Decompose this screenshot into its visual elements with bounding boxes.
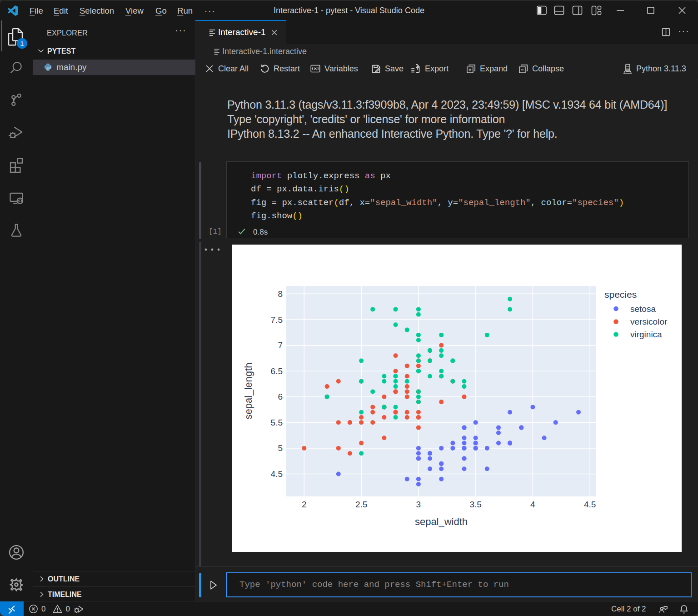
svg-text:7: 7 (278, 341, 283, 350)
svg-text:5: 5 (278, 443, 283, 453)
svg-text:6.5: 6.5 (271, 366, 283, 376)
svg-text:3.5: 3.5 (469, 500, 481, 509)
svg-text:versicolor: versicolor (630, 317, 668, 326)
svg-text:4: 4 (530, 500, 535, 509)
svg-text:7.5: 7.5 (271, 315, 283, 325)
svg-text:species: species (604, 289, 637, 300)
svg-text:virginica: virginica (630, 330, 662, 339)
svg-text:sepal_width: sepal_width (415, 516, 468, 527)
svg-text:6: 6 (278, 392, 283, 401)
svg-text:4.5: 4.5 (584, 500, 596, 509)
svg-text:setosa: setosa (630, 304, 656, 314)
svg-text:sepal_length: sepal_length (243, 363, 254, 420)
svg-text:3: 3 (416, 500, 421, 509)
svg-text:8: 8 (278, 289, 283, 299)
svg-text:4.5: 4.5 (271, 469, 283, 479)
svg-text:2: 2 (302, 500, 307, 509)
svg-text:2.5: 2.5 (355, 500, 367, 509)
svg-text:5.5: 5.5 (271, 418, 283, 427)
